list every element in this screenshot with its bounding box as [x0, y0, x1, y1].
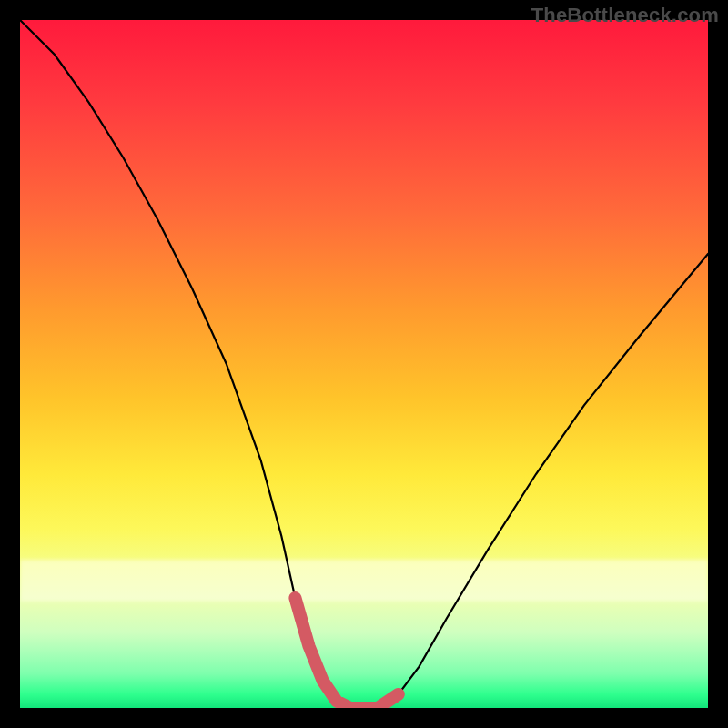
watermark-text: TheBottleneck.com: [531, 4, 719, 27]
optimal-range: [295, 598, 398, 708]
chart-frame: TheBottleneck.com: [0, 0, 728, 728]
plot-area: [20, 20, 708, 708]
bottleneck-curve: [20, 20, 708, 708]
curve-layer: [20, 20, 708, 708]
